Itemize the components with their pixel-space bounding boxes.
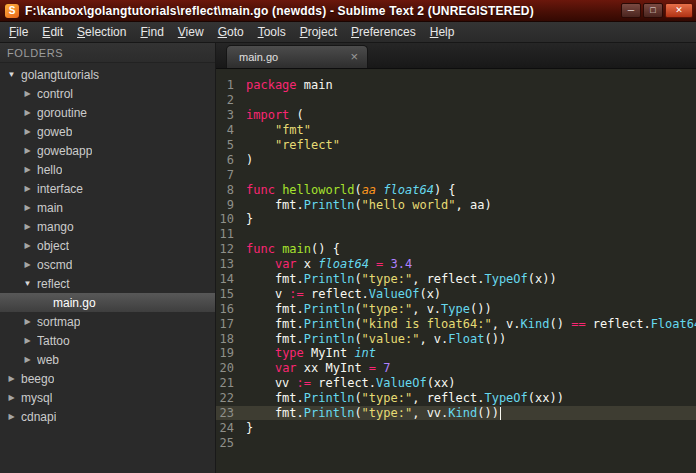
chevron-collapsed-icon[interactable]: ▶ — [22, 260, 33, 269]
code-line[interactable]: 9 fmt.Println("hello world", aa) — [216, 197, 696, 212]
tree-folder-main[interactable]: ▶main — [0, 198, 215, 217]
code-line[interactable]: 7 — [216, 167, 696, 182]
chevron-collapsed-icon[interactable]: ▶ — [6, 374, 17, 383]
chevron-collapsed-icon[interactable]: ▶ — [22, 184, 33, 193]
tree-folder-control[interactable]: ▶control — [0, 84, 215, 103]
menu-goto[interactable]: Goto — [211, 23, 251, 42]
code-line[interactable]: 18 fmt.Println("value:", v.Float()) — [216, 331, 696, 346]
chevron-collapsed-icon[interactable]: ▶ — [22, 165, 33, 174]
code-line[interactable]: 15 v := reflect.ValueOf(x) — [216, 286, 696, 301]
menu-view[interactable]: View — [171, 23, 211, 42]
code-line[interactable]: 11 — [216, 227, 696, 242]
chevron-expanded-icon[interactable]: ▼ — [6, 70, 17, 79]
tree-folder-oscmd[interactable]: ▶oscmd — [0, 255, 215, 274]
code-line[interactable]: 5 "reflect" — [216, 138, 696, 153]
code-line[interactable]: 6) — [216, 152, 696, 167]
tree-item-label: Tattoo — [37, 334, 70, 348]
close-button[interactable]: ✕ — [665, 3, 693, 18]
line-number: 6 — [216, 153, 246, 167]
menu-help[interactable]: Help — [423, 23, 462, 42]
code-line[interactable]: 14 fmt.Println("type:", reflect.TypeOf(x… — [216, 272, 696, 287]
code-line[interactable]: 22 fmt.Println("type:", reflect.TypeOf(x… — [216, 391, 696, 406]
line-number: 12 — [216, 242, 246, 256]
code-text: "reflect" — [246, 138, 340, 152]
tree-folder-reflect[interactable]: ▼reflect — [0, 274, 215, 293]
tree-folder-goroutine[interactable]: ▶goroutine — [0, 103, 215, 122]
maximize-button[interactable]: □ — [643, 3, 663, 18]
code-line[interactable]: 17 fmt.Println("kind is float64:", v.Kin… — [216, 316, 696, 331]
tree-folder-interface[interactable]: ▶interface — [0, 179, 215, 198]
tree-item-label: beego — [21, 372, 54, 386]
chevron-collapsed-icon[interactable]: ▶ — [22, 127, 33, 136]
menu-preferences[interactable]: Preferences — [344, 23, 423, 42]
tree-item-label: goroutine — [37, 106, 87, 120]
line-number: 2 — [216, 93, 246, 107]
code-line[interactable]: 13 var x float64 = 3.4 — [216, 257, 696, 272]
tree-folder-gowebapp[interactable]: ▶gowebapp — [0, 141, 215, 160]
chevron-collapsed-icon[interactable]: ▶ — [6, 412, 17, 421]
title-bar[interactable]: S F:\kanbox\golangtutorials\reflect\main… — [0, 0, 696, 22]
line-number: 13 — [216, 257, 246, 271]
menu-file[interactable]: File — [2, 23, 35, 42]
code-line[interactable]: 4 "fmt" — [216, 123, 696, 138]
menu-find[interactable]: Find — [133, 23, 170, 42]
editor-pane: main.go × 1package main23import (4 "fmt"… — [216, 43, 696, 473]
chevron-collapsed-icon[interactable]: ▶ — [22, 89, 33, 98]
code-text: fmt.Println("kind is float64:", v.Kind()… — [246, 317, 696, 331]
tree-item-label: oscmd — [37, 258, 72, 272]
tree-folder-object[interactable]: ▶object — [0, 236, 215, 255]
tree-folder-sortmap[interactable]: ▶sortmap — [0, 312, 215, 331]
code-line[interactable]: 21 vv := reflect.ValueOf(xx) — [216, 376, 696, 391]
code-line[interactable]: 19 type MyInt int — [216, 346, 696, 361]
code-line[interactable]: 12func main() { — [216, 242, 696, 257]
menu-tools[interactable]: Tools — [251, 23, 293, 42]
tree-folder-goweb[interactable]: ▶goweb — [0, 122, 215, 141]
tree-folder-golangtutorials[interactable]: ▼golangtutorials — [0, 65, 215, 84]
code-line[interactable]: 24} — [216, 420, 696, 435]
tree-folder-mysql[interactable]: ▶mysql — [0, 388, 215, 407]
code-text: "fmt" — [246, 123, 311, 137]
code-text: v := reflect.ValueOf(x) — [246, 287, 441, 301]
tree-folder-beego[interactable]: ▶beego — [0, 369, 215, 388]
chevron-collapsed-icon[interactable]: ▶ — [22, 317, 33, 326]
tree-folder-web[interactable]: ▶web — [0, 350, 215, 369]
tree-item-label: reflect — [37, 277, 70, 291]
chevron-collapsed-icon[interactable]: ▶ — [22, 108, 33, 117]
chevron-collapsed-icon[interactable]: ▶ — [22, 203, 33, 212]
line-number: 21 — [216, 376, 246, 390]
code-line[interactable]: 16 fmt.Println("type:", v.Type()) — [216, 301, 696, 316]
code-line[interactable]: 23 fmt.Println("type:", vv.Kind()) — [216, 406, 696, 421]
menu-project[interactable]: Project — [293, 23, 344, 42]
tab-close-icon[interactable]: × — [350, 52, 358, 62]
code-line[interactable]: 20 var xx MyInt = 7 — [216, 361, 696, 376]
code-line[interactable]: 25 — [216, 435, 696, 450]
chevron-expanded-icon[interactable]: ▼ — [22, 279, 33, 288]
chevron-collapsed-icon[interactable]: ▶ — [22, 355, 33, 364]
chevron-collapsed-icon[interactable]: ▶ — [6, 393, 17, 402]
minimize-button[interactable]: ─ — [621, 3, 641, 18]
tree-folder-mango[interactable]: ▶mango — [0, 217, 215, 236]
code-editor[interactable]: 1package main23import (4 "fmt"5 "reflect… — [216, 69, 696, 473]
menu-edit[interactable]: Edit — [35, 23, 70, 42]
tree-file-main.go[interactable]: main.go — [0, 293, 215, 312]
tab-main-go[interactable]: main.go × — [226, 45, 368, 68]
tree-folder-cdnapi[interactable]: ▶cdnapi — [0, 407, 215, 426]
code-line[interactable]: 2 — [216, 93, 696, 108]
chevron-collapsed-icon[interactable]: ▶ — [22, 336, 33, 345]
menu-selection[interactable]: Selection — [70, 23, 133, 42]
line-number: 10 — [216, 212, 246, 226]
code-line[interactable]: 1package main — [216, 78, 696, 93]
line-number: 9 — [216, 198, 246, 212]
chevron-collapsed-icon[interactable]: ▶ — [22, 146, 33, 155]
chevron-collapsed-icon[interactable]: ▶ — [22, 222, 33, 231]
code-line[interactable]: 10} — [216, 212, 696, 227]
code-text: var xx MyInt = 7 — [246, 361, 391, 375]
code-line[interactable]: 3import ( — [216, 108, 696, 123]
chevron-collapsed-icon[interactable]: ▶ — [22, 241, 33, 250]
code-lines: 1package main23import (4 "fmt"5 "reflect… — [216, 78, 696, 450]
tree-item-label: mango — [37, 220, 74, 234]
tree-folder-Tattoo[interactable]: ▶Tattoo — [0, 331, 215, 350]
code-line[interactable]: 8func helloworld(aa float64) { — [216, 182, 696, 197]
tree-folder-hello[interactable]: ▶hello — [0, 160, 215, 179]
code-text: } — [246, 421, 253, 435]
